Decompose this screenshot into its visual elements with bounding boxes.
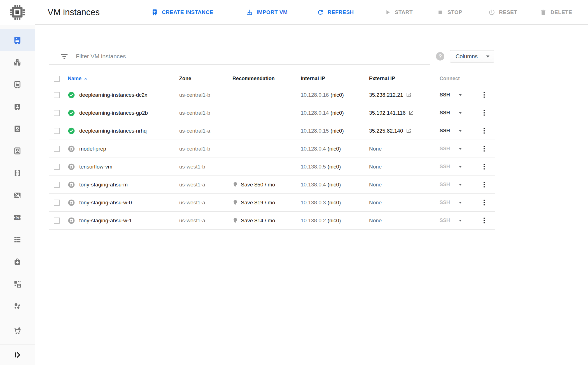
- ssh-button[interactable]: SSH: [440, 128, 450, 134]
- sidebar-item-committed-use-discounts[interactable]: %: [0, 206, 35, 228]
- instance-name[interactable]: tony-staging-ahsu-m: [79, 182, 179, 188]
- zone-cell: us-central1-b: [179, 146, 232, 152]
- column-header-zone[interactable]: Zone: [179, 76, 191, 82]
- sidebar-item-disks[interactable]: [0, 118, 35, 140]
- ssh-dropdown-caret[interactable]: [459, 202, 462, 204]
- row-checkbox[interactable]: [54, 182, 60, 188]
- zone-cell: us-west1-a: [179, 182, 232, 188]
- import-vm-button[interactable]: IMPORT VM: [246, 9, 288, 16]
- filter-box[interactable]: [49, 48, 430, 65]
- external-link-icon[interactable]: [409, 110, 414, 115]
- column-header-internal-ip[interactable]: Internal IP: [301, 76, 325, 82]
- connect-cell: SSH: [440, 218, 473, 223]
- instance-name[interactable]: tony-staging-ahsu-w-0: [79, 200, 179, 206]
- connect-cell: SSH: [440, 128, 473, 134]
- row-menu-button[interactable]: [482, 198, 487, 207]
- sidebar-item-zones[interactable]: [0, 273, 35, 295]
- lightbulb-icon: [232, 182, 238, 188]
- status-running-icon: [68, 109, 75, 117]
- vm-instances-icon: [13, 36, 22, 45]
- status-stopped-icon: [68, 199, 75, 206]
- instance-name[interactable]: tony-staging-ahsu-w-1: [79, 218, 179, 224]
- ssh-dropdown-caret[interactable]: [459, 220, 462, 221]
- stop-icon: [437, 9, 444, 16]
- sidebar-item-tpus[interactable]: [0, 184, 35, 206]
- sidebar-item-health-checks[interactable]: [0, 251, 35, 273]
- ssh-dropdown-caret[interactable]: [459, 148, 462, 150]
- ssh-button[interactable]: SSH: [440, 146, 450, 152]
- stop-button[interactable]: STOP: [437, 9, 462, 16]
- internal-ip-value: 10.128.0.14: [301, 110, 329, 116]
- ssh-button[interactable]: SSH: [440, 200, 450, 205]
- refresh-button[interactable]: REFRESH: [317, 9, 354, 16]
- row-checkbox[interactable]: [54, 218, 60, 224]
- instance-name[interactable]: deeplearning-instances-nrhq: [79, 128, 179, 134]
- instance-name[interactable]: deeplearning-instances-gp2b: [79, 110, 179, 116]
- create-instance-button[interactable]: CREATE INSTANCE: [151, 9, 213, 16]
- row-menu-button[interactable]: [482, 90, 487, 100]
- sidebar-item-sole-tenant-nodes[interactable]: [0, 96, 35, 118]
- external-link-icon[interactable]: [406, 128, 411, 133]
- sidebar-item-metadata[interactable]: [0, 228, 35, 251]
- ssh-dropdown-caret[interactable]: [459, 166, 462, 168]
- sidebar-item-vm-instances[interactable]: [0, 29, 35, 51]
- sidebar-item-marketplace[interactable]: [0, 317, 35, 345]
- sidebar: %: [0, 25, 35, 365]
- recommendation-cell[interactable]: Save $19 / mo: [232, 200, 301, 206]
- ssh-button[interactable]: SSH: [440, 110, 450, 116]
- sidebar-item-images[interactable]: [0, 162, 35, 184]
- status-stopped-icon: [68, 181, 75, 188]
- help-icon[interactable]: ?: [436, 52, 444, 61]
- ssh-button[interactable]: SSH: [440, 218, 450, 223]
- recommendation-cell[interactable]: Save $50 / mo: [232, 182, 301, 188]
- disks-icon: [13, 124, 22, 133]
- table-row: tony-staging-ahsu-m us-west1-a Save $50 …: [49, 176, 495, 194]
- recommendation-cell[interactable]: Save $14 / mo: [232, 218, 301, 224]
- start-button[interactable]: START: [384, 9, 413, 16]
- row-menu-button[interactable]: [482, 216, 487, 225]
- collapse-panel-button[interactable]: [0, 345, 35, 365]
- row-menu-button[interactable]: [482, 108, 487, 117]
- columns-button[interactable]: Columns: [450, 50, 494, 63]
- ssh-button[interactable]: SSH: [440, 164, 450, 170]
- status-stopped-icon: [68, 145, 75, 153]
- column-header-name[interactable]: Name: [68, 76, 88, 82]
- delete-icon: [540, 9, 547, 16]
- sidebar-item-snapshots[interactable]: [0, 140, 35, 162]
- row-checkbox[interactable]: [54, 110, 60, 116]
- ssh-dropdown-caret[interactable]: [459, 94, 462, 96]
- row-checkbox[interactable]: [54, 200, 60, 206]
- filter-input[interactable]: [75, 53, 430, 60]
- nic-label: (nic0): [330, 92, 344, 98]
- select-all-checkbox[interactable]: [54, 76, 60, 82]
- row-checkbox[interactable]: [54, 146, 60, 152]
- column-header-external-ip[interactable]: External IP: [369, 76, 395, 82]
- refresh-icon: [317, 9, 324, 16]
- delete-button[interactable]: DELETE: [540, 9, 572, 16]
- instance-name[interactable]: model-prep: [79, 146, 179, 152]
- row-checkbox[interactable]: [54, 164, 60, 170]
- sidebar-item-instance-templates[interactable]: [0, 73, 35, 96]
- chevron-down-icon: [486, 56, 489, 57]
- row-menu-button[interactable]: [482, 180, 487, 189]
- sidebar-item-network-endpoint-groups[interactable]: [0, 295, 35, 317]
- reset-button[interactable]: RESET: [488, 9, 517, 16]
- instance-name[interactable]: deeplearning-instances-dc2x: [79, 92, 179, 98]
- internal-ip-value: 10.138.0.2: [301, 218, 326, 224]
- row-menu-button[interactable]: [482, 144, 487, 153]
- instance-name[interactable]: tensorflow-vm: [79, 164, 179, 170]
- ssh-dropdown-caret[interactable]: [459, 130, 462, 132]
- row-checkbox[interactable]: [54, 92, 60, 98]
- ssh-button[interactable]: SSH: [440, 92, 450, 98]
- ssh-dropdown-caret[interactable]: [459, 184, 462, 186]
- table-row: model-prep us-central1-b 10.128.0.4 (nic…: [49, 140, 495, 158]
- external-link-icon[interactable]: [406, 92, 411, 98]
- sidebar-item-instance-groups[interactable]: [0, 51, 35, 73]
- row-menu-button[interactable]: [482, 126, 487, 135]
- row-menu-button[interactable]: [482, 162, 487, 171]
- row-checkbox[interactable]: [54, 128, 60, 134]
- column-header-recommendation[interactable]: Recommendation: [232, 76, 275, 82]
- ssh-button[interactable]: SSH: [440, 182, 450, 188]
- ssh-dropdown-caret[interactable]: [459, 112, 462, 114]
- reset-icon: [488, 9, 495, 16]
